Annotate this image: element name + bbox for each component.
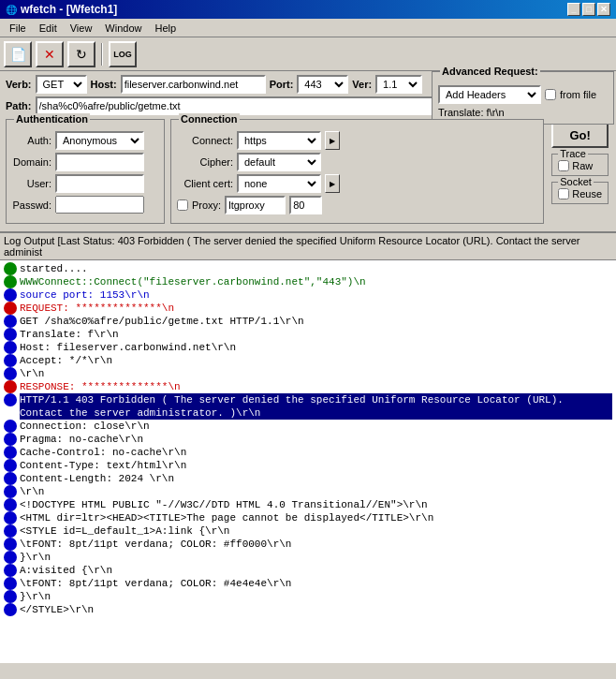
cert-select[interactable]: none	[237, 174, 321, 193]
log-text: HTTP/1.1 403 Forbidden ( The server deni…	[20, 393, 612, 420]
svg-point-22	[6, 566, 15, 575]
passwd-row: Passwd:	[12, 196, 158, 214]
proxy-row: Proxy:	[177, 196, 537, 214]
passwd-label: Passwd:	[12, 199, 51, 211]
auth-row: Auth: AnonymousBasicNTLMDigest	[12, 131, 158, 150]
user-row: User:	[12, 174, 158, 193]
log-text: <!DOCTYPE HTML PUBLIC "-//W3C//DTD HTML …	[20, 498, 428, 511]
log-icon	[4, 459, 17, 472]
svg-point-2	[6, 290, 15, 300]
connect-select[interactable]: httpshttp	[237, 131, 321, 150]
log-icon	[4, 564, 17, 577]
go-button[interactable]: Go!	[551, 123, 609, 148]
host-input[interactable]	[121, 75, 266, 94]
cert-arrow[interactable]: ▶	[325, 174, 340, 193]
log-line: HTTP/1.1 403 Forbidden ( The server deni…	[4, 393, 612, 420]
stop-button[interactable]: ✕	[36, 41, 64, 67]
log-output[interactable]: started....WWWConnect::Connect("fileserv…	[0, 260, 616, 663]
log-text: REQUEST: **************\n	[20, 302, 174, 315]
log-text: A:visited {\r\n	[20, 564, 112, 577]
log-icon	[4, 433, 17, 446]
log-line: Content-Type: text/html\r\n	[4, 459, 612, 472]
log-section: Log Output [Last Status: 403 Forbidden (…	[0, 231, 616, 663]
menu-help[interactable]: Help	[149, 21, 182, 36]
log-text: Host: fileserver.carbonwind.net\r\n	[20, 341, 236, 354]
log-icon	[4, 603, 17, 616]
from-file-checkbox[interactable]	[545, 89, 556, 100]
menu-file[interactable]: File	[4, 21, 32, 36]
log-icon	[4, 341, 17, 354]
log-line: }\r\n	[4, 551, 612, 564]
log-text: RESPONSE: **************\n	[20, 380, 181, 393]
connect-arrow[interactable]: ▶	[325, 131, 340, 150]
proxy-checkbox[interactable]	[177, 199, 188, 211]
log-icon	[4, 446, 17, 459]
svg-point-18	[6, 513, 15, 523]
port-select[interactable]: 443808080	[297, 75, 348, 94]
log-text: GET /sha%c0%afre/public/getme.txt HTTP/1…	[20, 315, 304, 328]
minimize-button[interactable]: _	[567, 3, 580, 16]
log-line: WWWConnect::Connect("fileserver.carbonwi…	[4, 275, 612, 288]
auth-select[interactable]: AnonymousBasicNTLMDigest	[55, 131, 144, 150]
log-icon	[4, 472, 17, 485]
menu-edit[interactable]: Edit	[34, 21, 63, 36]
refresh-button[interactable]: ↻	[67, 41, 95, 67]
add-headers-select[interactable]: Add Headers	[438, 85, 541, 104]
trace-title: Trace	[558, 148, 588, 159]
log-line: REQUEST: **************\n	[4, 302, 612, 315]
from-file-label: from file	[560, 89, 596, 100]
svg-point-11	[6, 421, 15, 431]
title-bar-text: wfetch - [Wfetch1]	[21, 3, 117, 16]
log-button[interactable]: LOG	[109, 41, 137, 67]
connection-title: Connection	[179, 113, 240, 125]
cipher-select[interactable]: defaultDES3DESRC4	[237, 153, 321, 171]
log-icon	[4, 485, 17, 498]
cipher-row: Cipher: defaultDES3DESRC4	[177, 153, 537, 171]
log-text: Content-Length: 2024 \r\n	[20, 472, 174, 485]
raw-label: Raw	[572, 160, 593, 171]
maximize-button[interactable]: □	[582, 3, 595, 16]
authentication-group: Authentication Auth: AnonymousBasicNTLMD…	[6, 119, 165, 224]
log-icon	[4, 275, 17, 288]
log-header: Log Output [Last Status: 403 Forbidden (…	[0, 233, 616, 260]
svg-point-23	[6, 579, 15, 588]
log-line: }\r\n	[4, 590, 612, 603]
verb-select[interactable]: GETPOSTHEADPUTDELETE	[36, 75, 87, 94]
log-icon	[4, 367, 17, 380]
ver-select[interactable]: 1.11.0	[375, 75, 422, 94]
go-trace-socket-panel: Go! Trace Raw Socket Reuse	[550, 119, 610, 224]
log-text: }\r\n	[20, 551, 51, 564]
log-icon	[4, 577, 17, 590]
log-icon	[4, 511, 17, 524]
menu-view[interactable]: View	[65, 21, 98, 36]
log-line: <STYLE id=L_default_1>A:link {\r\n	[4, 524, 612, 538]
log-line: \tFONT: 8pt/11pt verdana; COLOR: #4e4e4e…	[4, 577, 612, 590]
menu-window[interactable]: Window	[99, 21, 147, 36]
proxy-input[interactable]	[225, 196, 286, 214]
reuse-label: Reuse	[572, 188, 602, 199]
domain-input[interactable]	[55, 153, 144, 171]
log-line: Cache-Control: no-cache\r\n	[4, 446, 612, 459]
reuse-checkbox[interactable]	[558, 188, 569, 199]
close-button[interactable]: ✕	[597, 3, 610, 16]
log-text: <HTML dir=ltr><HEAD><TITLE>The page cann…	[20, 511, 433, 524]
cipher-label: Cipher:	[177, 156, 233, 168]
log-line: started....	[4, 262, 612, 275]
app-icon: 🌐	[6, 5, 17, 15]
user-input[interactable]	[55, 174, 144, 193]
log-line: <!DOCTYPE HTML PUBLIC "-//W3C//DTD HTML …	[4, 498, 612, 511]
svg-point-20	[6, 539, 15, 549]
passwd-input[interactable]	[55, 196, 144, 214]
log-icon	[4, 524, 17, 538]
proxy-port-input[interactable]	[289, 196, 322, 214]
raw-checkbox[interactable]	[558, 160, 569, 171]
log-line: GET /sha%c0%afre/public/getme.txt HTTP/1…	[4, 315, 612, 328]
log-text: <STYLE id=L_default_1>A:link {\r\n	[20, 524, 229, 538]
svg-point-16	[6, 487, 15, 496]
svg-point-19	[6, 526, 15, 536]
svg-point-7	[6, 356, 15, 365]
connect-label: Connect:	[177, 135, 233, 146]
log-line: RESPONSE: **************\n	[4, 380, 612, 393]
new-button[interactable]: 📄	[4, 41, 32, 67]
log-text: Pragma: no-cache\r\n	[20, 433, 143, 446]
